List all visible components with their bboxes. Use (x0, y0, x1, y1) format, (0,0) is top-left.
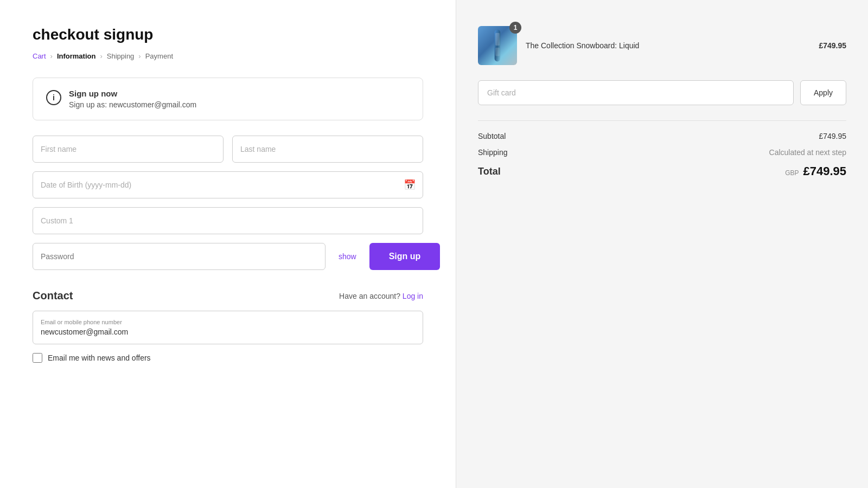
password-row: show Sign up (33, 243, 423, 270)
apply-button[interactable]: Apply (800, 80, 846, 105)
breadcrumb-sep-1: › (50, 52, 53, 60)
dob-row: 📅 (33, 171, 423, 198)
product-price: £749.95 (819, 41, 846, 50)
gift-card-row: Apply (478, 80, 846, 105)
subtotal-value: £749.95 (819, 132, 846, 140)
breadcrumb-shipping: Shipping (107, 52, 135, 60)
contact-section: Contact Have an account? Log in Email or… (33, 290, 423, 363)
subtotal-row: Subtotal £749.95 (478, 132, 846, 140)
signup-notice-subtitle: Sign up as: newcustomer@gmail.com (69, 100, 196, 109)
snowboard-svg (484, 29, 511, 62)
last-name-field (232, 136, 423, 163)
breadcrumb-sep-3: › (138, 52, 141, 60)
email-field-wrapper: Email or mobile phone number newcustomer… (33, 311, 423, 344)
contact-title: Contact (33, 290, 73, 302)
newsletter-label: Email me with news and offers (48, 354, 151, 362)
order-summary: Subtotal £749.95 Shipping Calculated at … (478, 120, 846, 178)
product-name: The Collection Snowboard: Liquid (526, 41, 810, 50)
gift-card-input[interactable] (478, 80, 794, 105)
custom1-row (33, 207, 423, 234)
right-panel: 1 The Collection Snowboard: Liquid £749.… (456, 0, 868, 488)
breadcrumb: Cart › Information › Shipping › Payment (33, 52, 423, 60)
email-field-value: newcustomer@gmail.com (41, 328, 415, 336)
total-row: Total GBP £749.95 (478, 164, 846, 178)
last-name-input[interactable] (232, 136, 423, 163)
shipping-label: Shipping (478, 148, 508, 157)
have-account: Have an account? Log in (339, 292, 423, 300)
order-item: 1 The Collection Snowboard: Liquid £749.… (478, 26, 846, 65)
page-title: checkout signup (33, 26, 423, 43)
custom1-input[interactable] (33, 207, 423, 234)
breadcrumb-information: Information (57, 52, 96, 60)
dob-field: 📅 (33, 171, 423, 198)
subtotal-label: Subtotal (478, 132, 506, 140)
breadcrumb-sep-2: › (100, 52, 102, 60)
password-input[interactable] (33, 243, 326, 270)
signup-notice-title: Sign up now (69, 89, 196, 98)
login-link[interactable]: Log in (403, 292, 423, 300)
svg-rect-2 (495, 48, 500, 56)
quantity-badge: 1 (509, 22, 521, 34)
breadcrumb-payment: Payment (145, 52, 173, 60)
breadcrumb-cart[interactable]: Cart (33, 52, 46, 60)
newsletter-checkbox[interactable] (33, 353, 42, 363)
dob-input[interactable] (33, 171, 423, 198)
total-currency: GBP (785, 169, 799, 177)
info-icon: i (46, 90, 61, 105)
first-name-input[interactable] (33, 136, 224, 163)
signup-notice: i Sign up now Sign up as: newcustomer@gm… (33, 78, 423, 120)
total-label: Total (478, 166, 501, 177)
signup-notice-text: Sign up now Sign up as: newcustomer@gmai… (69, 89, 196, 109)
newsletter-row: Email me with news and offers (33, 353, 423, 363)
name-row (33, 136, 423, 163)
signup-button[interactable]: Sign up (369, 243, 441, 270)
left-panel: checkout signup Cart › Information › Shi… (0, 0, 456, 488)
shipping-value: Calculated at next step (769, 148, 846, 157)
total-value-group: GBP £749.95 (785, 164, 846, 178)
first-name-field (33, 136, 224, 163)
product-image-wrapper: 1 (478, 26, 517, 65)
total-amount: £749.95 (803, 164, 846, 178)
email-field-label: Email or mobile phone number (41, 319, 415, 325)
show-password-button[interactable]: show (334, 243, 361, 270)
password-field-wrapper (33, 243, 326, 270)
contact-header: Contact Have an account? Log in (33, 290, 423, 302)
svg-rect-1 (495, 33, 500, 46)
shipping-row: Shipping Calculated at next step (478, 148, 846, 157)
have-account-text: Have an account? (339, 292, 400, 300)
custom1-field (33, 207, 423, 234)
